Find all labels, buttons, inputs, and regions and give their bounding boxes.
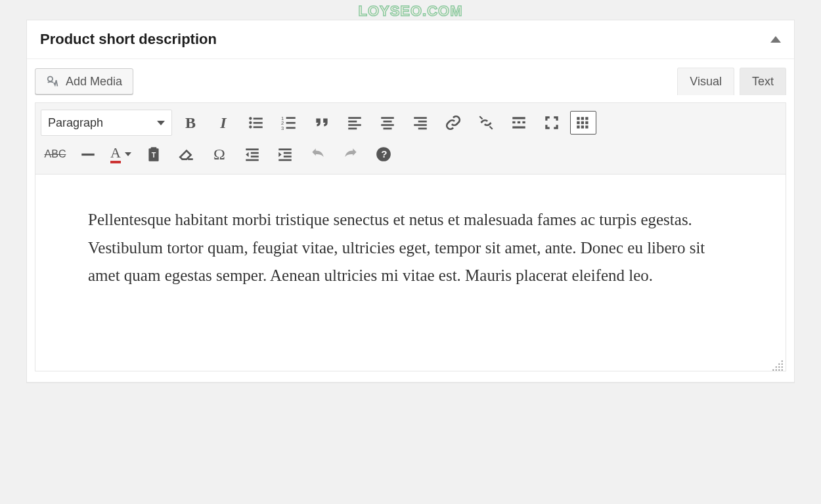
horizontal-rule-icon (79, 146, 97, 163)
svg-rect-35 (577, 121, 579, 124)
undo-icon (309, 146, 326, 163)
add-media-button[interactable]: Add Media (35, 68, 133, 94)
bold-button[interactable]: B (176, 110, 205, 136)
special-character-button[interactable]: Ω (205, 141, 234, 167)
chevron-down-icon (157, 121, 165, 125)
svg-rect-31 (512, 126, 525, 128)
editor-toolbar: Paragraph B I 123 (35, 102, 786, 175)
align-right-button[interactable] (406, 110, 435, 136)
svg-point-65 (782, 369, 783, 371)
indent-button[interactable] (271, 141, 300, 167)
blockquote-button[interactable] (307, 110, 336, 136)
panel-header[interactable]: Product short description (27, 20, 794, 59)
toolbar-row-1: Paragraph B I 123 (41, 107, 780, 138)
unlink-icon (477, 114, 495, 131)
align-right-icon (412, 114, 429, 131)
svg-text:T: T (152, 151, 156, 159)
link-icon (445, 114, 462, 131)
help-button[interactable]: ? (369, 141, 398, 167)
svg-rect-40 (585, 125, 588, 128)
panel-title: Product short description (40, 31, 217, 48)
svg-rect-16 (348, 128, 357, 130)
redo-button[interactable] (336, 141, 365, 167)
svg-point-62 (772, 369, 774, 371)
svg-line-25 (479, 116, 482, 119)
svg-point-63 (776, 369, 777, 371)
short-description-panel: Product short description Add Media Visu… (26, 20, 795, 383)
svg-rect-33 (581, 117, 584, 119)
svg-rect-22 (418, 121, 427, 123)
bold-icon: B (185, 114, 196, 132)
watermark-text: LOYSEO.COM (358, 3, 462, 20)
svg-rect-43 (151, 147, 157, 150)
undo-button[interactable] (303, 141, 332, 167)
tab-text[interactable]: Text (740, 68, 786, 95)
chevron-down-icon (125, 152, 131, 156)
svg-text:3: 3 (281, 125, 284, 131)
read-more-button[interactable] (504, 110, 533, 136)
svg-rect-12 (286, 127, 296, 129)
bullet-list-icon (248, 114, 265, 131)
svg-rect-38 (577, 125, 579, 128)
align-center-button[interactable] (373, 110, 402, 136)
media-tabs-row: Add Media Visual Text (35, 67, 786, 94)
svg-rect-39 (581, 125, 584, 128)
outdent-icon (244, 146, 261, 163)
horizontal-rule-button[interactable] (74, 141, 102, 167)
align-left-button[interactable] (340, 110, 369, 136)
numbered-list-icon: 123 (280, 114, 298, 131)
svg-point-56 (782, 360, 783, 362)
svg-rect-23 (414, 124, 427, 126)
svg-rect-50 (278, 148, 292, 150)
svg-rect-29 (518, 121, 520, 123)
link-button[interactable] (439, 110, 468, 136)
svg-rect-48 (251, 156, 259, 158)
svg-rect-53 (278, 159, 292, 161)
svg-rect-21 (414, 117, 427, 119)
svg-point-60 (778, 366, 780, 368)
svg-rect-24 (418, 128, 427, 130)
paste-text-button[interactable]: T (139, 141, 168, 167)
format-select[interactable]: Paragraph (41, 110, 172, 136)
numbered-list-button[interactable]: 123 (275, 110, 303, 136)
svg-rect-49 (246, 159, 259, 161)
svg-rect-6 (254, 126, 263, 128)
svg-point-5 (249, 125, 252, 128)
svg-rect-30 (522, 121, 525, 123)
svg-rect-47 (251, 152, 259, 154)
svg-point-64 (778, 369, 780, 371)
collapse-icon[interactable] (770, 36, 781, 43)
fullscreen-button[interactable] (537, 110, 566, 136)
content-paragraph: Pellentesque habitant morbi tristique se… (88, 206, 740, 290)
resize-handle[interactable] (772, 360, 784, 371)
svg-rect-28 (512, 121, 515, 123)
svg-point-59 (776, 366, 777, 368)
svg-rect-18 (384, 121, 392, 123)
add-media-label: Add Media (66, 75, 122, 89)
align-left-icon (346, 114, 363, 131)
panel-body: Add Media Visual Text Paragraph B I 12 (27, 59, 794, 382)
tab-visual[interactable]: Visual (677, 68, 734, 95)
indent-icon (277, 146, 294, 163)
svg-rect-15 (348, 124, 361, 126)
svg-rect-41 (81, 154, 95, 156)
clear-formatting-button[interactable] (172, 141, 201, 167)
outdent-button[interactable] (238, 141, 267, 167)
text-color-button[interactable]: A (106, 141, 135, 167)
svg-rect-4 (254, 122, 263, 124)
toolbar-toggle-button[interactable] (570, 111, 596, 135)
strikethrough-icon: ABC (45, 148, 66, 160)
kitchen-sink-icon (575, 114, 592, 131)
svg-rect-46 (246, 148, 259, 150)
svg-point-61 (782, 366, 783, 368)
media-icon (46, 74, 60, 89)
svg-rect-2 (254, 117, 263, 119)
editor-content[interactable]: Pellentesque habitant morbi tristique se… (35, 175, 786, 371)
svg-text:?: ? (381, 148, 387, 159)
italic-button[interactable]: I (209, 110, 238, 136)
strikethrough-button[interactable]: ABC (41, 141, 70, 167)
unlink-button[interactable] (472, 110, 500, 136)
format-selected-label: Paragraph (48, 116, 103, 130)
redo-icon (342, 146, 359, 163)
bullet-list-button[interactable] (242, 110, 271, 136)
